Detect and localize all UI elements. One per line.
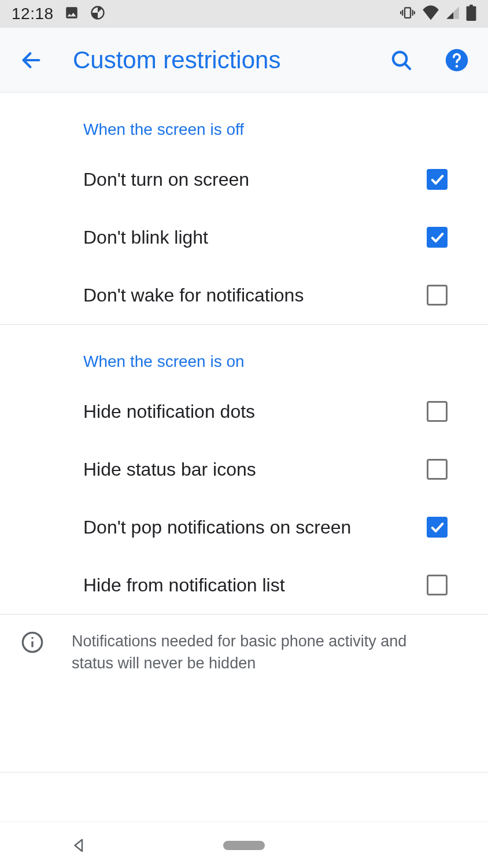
item-hide-status-bar-icons[interactable]: Hide status bar icons xyxy=(0,440,488,498)
item-hide-from-notification-list[interactable]: Hide from notification list xyxy=(0,556,488,614)
battery-icon xyxy=(466,5,476,23)
system-nav-bar xyxy=(0,822,488,868)
image-icon xyxy=(64,5,79,23)
item-dont-pop-notifications[interactable]: Don't pop notifications on screen xyxy=(0,498,488,556)
item-label: Don't pop notifications on screen xyxy=(83,517,427,538)
status-time: 12:18 xyxy=(12,5,54,23)
item-label: Hide notification dots xyxy=(83,401,427,422)
svg-line-10 xyxy=(405,63,410,68)
nav-home-pill[interactable] xyxy=(223,841,265,850)
checkbox-dont-pop-notifications[interactable] xyxy=(427,517,448,538)
back-button[interactable] xyxy=(17,46,45,74)
help-button[interactable] xyxy=(443,46,471,74)
arrow-left-icon xyxy=(20,49,43,72)
wifi-icon xyxy=(422,5,439,23)
svg-rect-7 xyxy=(469,5,473,7)
status-bar: 12:18 xyxy=(0,0,488,28)
item-label: Don't blink light xyxy=(83,227,427,248)
info-row: Notifications needed for basic phone act… xyxy=(0,615,488,691)
page-title: Custom restrictions xyxy=(73,46,360,74)
item-dont-turn-on-screen[interactable]: Don't turn on screen xyxy=(0,150,488,208)
item-dont-wake-for-notifications[interactable]: Don't wake for notifications xyxy=(0,266,488,324)
checkbox-hide-notification-dots[interactable] xyxy=(427,401,448,422)
info-icon xyxy=(21,631,44,656)
svg-point-12 xyxy=(456,65,459,68)
status-left: 12:18 xyxy=(12,5,106,23)
settings-list: When the screen is off Don't turn on scr… xyxy=(0,93,488,773)
item-label: Hide from notification list xyxy=(83,575,427,596)
item-label: Hide status bar icons xyxy=(83,459,427,480)
divider xyxy=(0,772,488,773)
app-bar: Custom restrictions xyxy=(0,28,488,93)
triangle-back-icon xyxy=(71,837,88,854)
item-hide-notification-dots[interactable]: Hide notification dots xyxy=(0,382,488,440)
section-header-screen-on: When the screen is on xyxy=(0,325,488,382)
svg-rect-1 xyxy=(405,8,411,18)
section-header-screen-off: When the screen is off xyxy=(0,93,488,150)
item-label: Don't wake for notifications xyxy=(83,285,427,306)
info-text: Notifications needed for basic phone act… xyxy=(72,631,448,675)
nav-back-button[interactable] xyxy=(65,832,93,859)
checkbox-hide-from-notification-list[interactable] xyxy=(427,575,448,595)
item-label: Don't turn on screen xyxy=(83,169,427,190)
checkbox-dont-wake-for-notifications[interactable] xyxy=(427,285,448,306)
search-button[interactable] xyxy=(387,46,415,74)
checkbox-dont-blink-light[interactable] xyxy=(427,227,448,248)
checkbox-dont-turn-on-screen[interactable] xyxy=(427,169,448,190)
loading-icon xyxy=(90,5,106,23)
signal-icon xyxy=(445,5,460,23)
search-icon xyxy=(390,49,413,72)
item-dont-blink-light[interactable]: Don't blink light xyxy=(0,208,488,266)
svg-point-15 xyxy=(31,637,33,639)
help-icon xyxy=(445,48,469,72)
status-right xyxy=(399,4,476,24)
svg-rect-6 xyxy=(467,6,476,21)
vibrate-icon xyxy=(399,4,416,24)
checkbox-hide-status-bar-icons[interactable] xyxy=(427,459,448,480)
